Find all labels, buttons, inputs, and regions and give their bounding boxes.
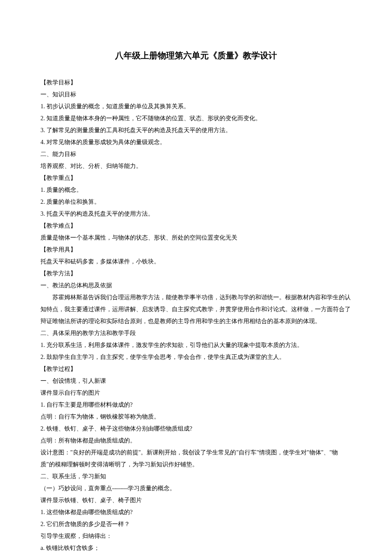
document-line: 3. 了解常见的测量质量的工具和托盘天平的构造及托盘天平的使用方法。 bbox=[40, 124, 352, 136]
document-line: 一、创设情境，引人新课 bbox=[40, 375, 352, 387]
document-line: 二、具体采用的教学方法和教学手段 bbox=[40, 327, 352, 339]
document-line: 1. 质量的概念。 bbox=[40, 184, 352, 196]
document-line: 1. 初步认识质量的概念，知道质量的单位及其换算关系。 bbox=[40, 101, 352, 113]
document-line: 2. 质量的单位和换算。 bbox=[40, 196, 352, 208]
document-line: 2. 它们所含物质的多少是否一样？ bbox=[40, 518, 352, 530]
document-line: 二、能力目标 bbox=[40, 148, 352, 160]
document-line: 【教学用具】 bbox=[40, 244, 352, 256]
document-line: 课件显示铁锤、铁钉、桌子、椅子图片 bbox=[40, 494, 352, 506]
document-line: 1. 自行车主要是用哪些材料做成的? bbox=[40, 399, 352, 411]
document-line: 点明：自行车为物体，钢铁橡胶等称为物质。 bbox=[40, 411, 352, 423]
document-line: 二、联系生活，学习新知 bbox=[40, 471, 352, 483]
document-line: 设计意图："良好的开端是成功的前提"。新课刚开始，我创设了学生常见的"自行车"情… bbox=[40, 447, 352, 471]
document-line: 苏霍姆林斯基告诉我们合理运用教学方法，能使教学事半功倍，达到教与学的和谐统一。根… bbox=[40, 292, 352, 327]
document-line: 2. 鼓励学生自主学习，自主探究，使学生学会思考，学会合作，使学生真正成为课堂的… bbox=[40, 351, 352, 363]
document-line: 一、知识目标 bbox=[40, 89, 352, 101]
document-line: 1. 这些物体都是由哪些物质组成的? bbox=[40, 506, 352, 518]
document-line: 引导学生观察，归纳得出： bbox=[40, 530, 352, 542]
document-line: 1. 充分联系生活，利用多媒体课件，激发学生的求知欲，引导他们从大量的现象中提取… bbox=[40, 339, 352, 351]
document-body: 【教学目标】一、知识目标1. 初步认识质量的概念，知道质量的单位及其换算关系。2… bbox=[40, 77, 352, 555]
document-line: 一、教法的总体构思及依据 bbox=[40, 280, 352, 292]
document-line: 培养观察、对比、分析、归纳等能力。 bbox=[40, 160, 352, 172]
document-line: 托盘天平和砝码多套，多媒体课件，小铁块。 bbox=[40, 256, 352, 268]
document-line: 4. 对常见物体的质量形成较为具体的量级观念。 bbox=[40, 136, 352, 148]
document-line: （一）巧妙设问，直奔重点--------学习质量的概念。 bbox=[40, 483, 352, 494]
document-line: 【教学目标】 bbox=[40, 77, 352, 89]
document-line: 【教学重点】 bbox=[40, 172, 352, 184]
document-line: 点明：所有物体都是由物质组成的。 bbox=[40, 435, 352, 447]
document-line: a. 铁锤比铁钉含铁多； bbox=[40, 542, 352, 554]
document-line: 课件显示自行车的图片 bbox=[40, 387, 352, 399]
document-line: 【教学难点】 bbox=[40, 220, 352, 232]
document-line: 3. 托盘天平的构造及托盘天平的使用方法。 bbox=[40, 208, 352, 220]
document-line: 质量是物体一个基本属性，与物体的状态、形状、所处的空间位置变化无关 bbox=[40, 232, 352, 244]
document-line: 2. 知道质量是物体本身的一种属性，它不随物体的位置、状态、形状的变化而变化。 bbox=[40, 113, 352, 124]
document-line: 【教学方法】 bbox=[40, 268, 352, 280]
document-title: 八年级上册物理第六单元《质量》教学设计 bbox=[40, 47, 352, 64]
document-line: 【教学过程】 bbox=[40, 363, 352, 375]
document-line: 2. 铁锤、铁钉、桌子、椅子这些物体分别由哪些物质组成? bbox=[40, 423, 352, 435]
